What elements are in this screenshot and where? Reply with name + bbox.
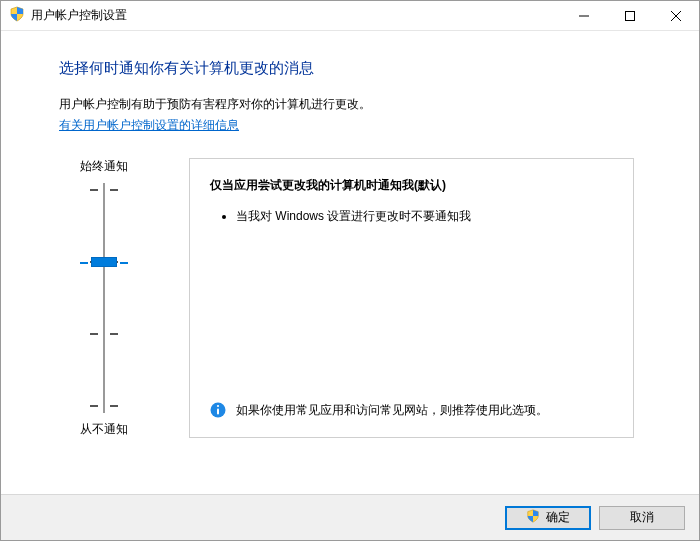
detail-title: 仅当应用尝试更改我的计算机时通知我(默认) [210, 177, 613, 194]
minimize-button[interactable] [561, 1, 607, 30]
slider-tick [90, 333, 118, 335]
slider-top-label: 始终通知 [80, 158, 128, 175]
more-info-link[interactable]: 有关用户帐户控制设置的详细信息 [59, 117, 239, 134]
maximize-button[interactable] [607, 1, 653, 30]
svg-rect-5 [217, 409, 219, 415]
shield-icon [9, 6, 25, 25]
detail-panel: 仅当应用尝试更改我的计算机时通知我(默认) 当我对 Windows 设置进行更改… [189, 158, 634, 438]
slider-line [103, 183, 105, 413]
titlebar-left: 用户帐户控制设置 [1, 6, 561, 25]
ok-button[interactable]: 确定 [505, 506, 591, 530]
shield-icon [526, 509, 540, 526]
window-titlebar: 用户帐户控制设置 [1, 1, 699, 31]
content-area: 选择何时通知你有关计算机更改的消息 用户帐户控制有助于预防有害程序对你的计算机进… [1, 31, 699, 438]
svg-point-6 [217, 405, 219, 407]
detail-list: 当我对 Windows 设置进行更改时不要通知我 [210, 208, 613, 389]
slider-thumb[interactable] [91, 257, 117, 267]
cancel-button-label: 取消 [630, 509, 654, 526]
page-description: 用户帐户控制有助于预防有害程序对你的计算机进行更改。 [59, 96, 671, 113]
info-icon [210, 401, 226, 421]
slider-tick [90, 189, 118, 191]
slider-bottom-label: 从不通知 [80, 421, 128, 438]
close-button[interactable] [653, 1, 699, 30]
detail-bullet: 当我对 Windows 设置进行更改时不要通知我 [236, 208, 613, 225]
recommendation-row: 如果你使用常见应用和访问常见网站，则推荐使用此选项。 [210, 401, 613, 421]
cancel-button[interactable]: 取消 [599, 506, 685, 530]
recommendation-text: 如果你使用常见应用和访问常见网站，则推荐使用此选项。 [236, 401, 548, 419]
page-heading: 选择何时通知你有关计算机更改的消息 [59, 59, 671, 78]
slider-tick [90, 405, 118, 407]
uac-slider[interactable] [74, 183, 134, 413]
titlebar-controls [561, 1, 699, 30]
svg-rect-1 [626, 11, 635, 20]
button-bar: 确定 取消 [1, 494, 699, 540]
main-area: 始终通知 从不通知 仅当应用尝试更改我的计算机时通知我(默认) 当我对 Wind… [59, 158, 671, 438]
slider-column: 始终通知 从不通知 [59, 158, 149, 438]
ok-button-label: 确定 [546, 509, 570, 526]
window-title: 用户帐户控制设置 [31, 7, 127, 24]
